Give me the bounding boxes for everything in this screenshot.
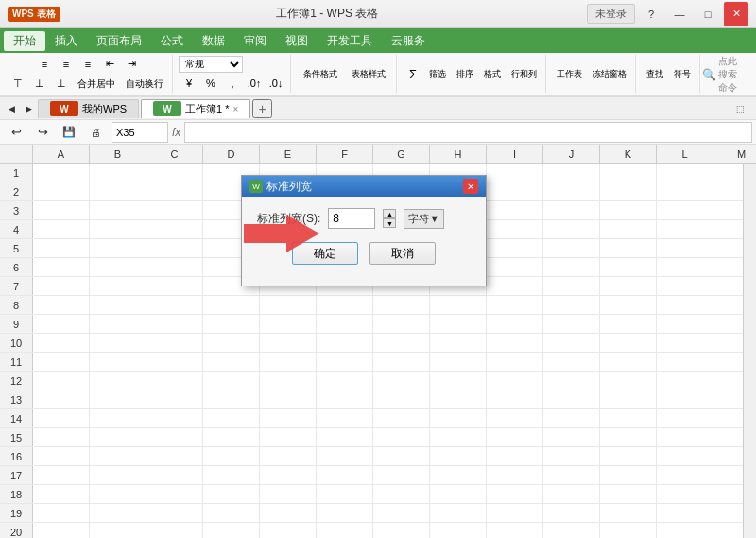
dialog-confirm-button[interactable]: 确定 — [292, 242, 358, 265]
dialog-title-left: W 标准列宽 — [249, 179, 312, 195]
spinner-up-btn[interactable]: ▲ — [383, 209, 396, 218]
dialog-input-row: 标准列宽(S): ▲ ▼ 字符▼ — [257, 208, 471, 229]
dialog-title-icon: W — [249, 180, 263, 193]
unit-selector[interactable]: 字符▼ — [404, 209, 444, 229]
dialog-cancel-button[interactable]: 取消 — [369, 242, 436, 265]
standard-column-width-dialog: W 标准列宽 ✕ 标准列宽(S): ▲ ▼ 字符▼ 确定 取消 — [241, 175, 487, 286]
dialog-body: 标准列宽(S): ▲ ▼ 字符▼ 确定 取消 — [242, 197, 486, 286]
spinner-controls: ▲ ▼ — [383, 209, 396, 228]
dialog-title-bar: W 标准列宽 ✕ — [242, 176, 486, 197]
spinner-down-btn[interactable]: ▼ — [383, 218, 396, 228]
dialog-overlay: W 标准列宽 ✕ 标准列宽(S): ▲ ▼ 字符▼ 确定 取消 — [0, 0, 756, 538]
dialog-label: 标准列宽(S): — [257, 211, 320, 227]
dialog-close-button[interactable]: ✕ — [463, 179, 478, 194]
dialog-button-group: 确定 取消 — [257, 238, 471, 274]
column-width-input[interactable] — [328, 208, 375, 229]
